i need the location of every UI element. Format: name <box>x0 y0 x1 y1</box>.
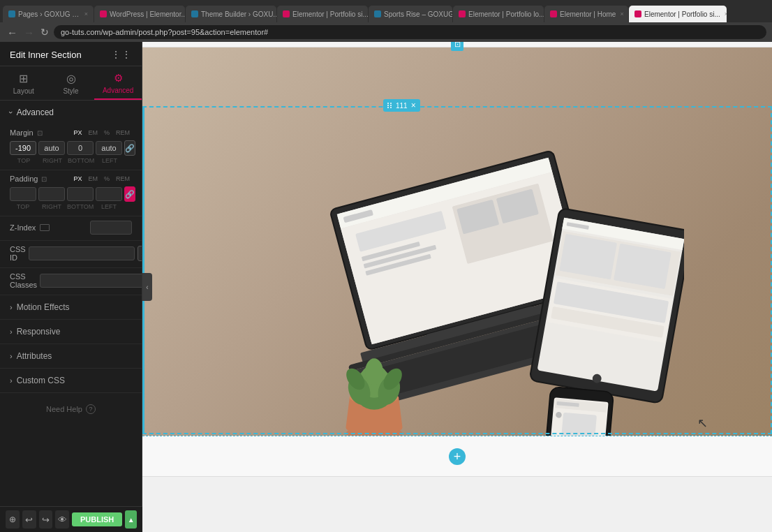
padding-left-label: LEFT <box>96 203 122 210</box>
css-id-row: CSS ID ⋮ <box>10 245 132 262</box>
margin-field-group: Margin ⊡ PX EM % REM 🔗 <box>0 124 142 170</box>
css-classes-input[interactable] <box>40 274 142 288</box>
panel-header: Edit Inner Section ⋮⋮ <box>0 42 142 66</box>
margin-unit-pct[interactable]: % <box>102 128 112 137</box>
padding-field-group: Padding ⊡ PX EM % REM 🔗 <box>0 170 142 216</box>
margin-left-input[interactable] <box>96 141 122 155</box>
tab-5[interactable]: Elementor | Portfolio lo... × <box>453 6 544 22</box>
responsive-section[interactable]: › Responsive <box>0 320 142 344</box>
tab-6[interactable]: Elementor | Home × <box>544 6 628 22</box>
action-btn-redo[interactable]: ↪ <box>39 510 53 529</box>
tab-advanced[interactable]: ⚙ Advanced <box>94 66 142 100</box>
padding-unit-em[interactable]: EM <box>86 175 100 183</box>
help-icon: ? <box>86 404 96 414</box>
section-toolbar-close[interactable]: × <box>411 101 416 110</box>
tab-3[interactable]: Elementor | Portfolio si... × <box>277 6 368 22</box>
canvas-area: ⊡ 111 × <box>142 42 772 532</box>
back-button[interactable]: ← <box>6 27 19 38</box>
publish-button[interactable]: PUBLISH <box>72 512 122 526</box>
margin-units: PX EM % REM <box>71 128 132 137</box>
tab-2[interactable]: Theme Builder › GOXU... × <box>186 6 276 22</box>
tab-label-6: Elementor | Home <box>560 10 616 18</box>
margin-label-row: Margin ⊡ PX EM % REM <box>10 128 132 137</box>
padding-unit-px[interactable]: PX <box>71 175 84 183</box>
tab-layout[interactable]: ⊞ Layout <box>0 66 47 100</box>
refresh-button[interactable]: ↻ <box>39 27 50 38</box>
responsive-label: Responsive <box>17 327 61 337</box>
layout-label: Layout <box>13 87 34 95</box>
padding-bottom-input[interactable] <box>67 187 94 201</box>
css-classes-field-group: CSS Classes ⋮ <box>0 268 142 295</box>
tab-favicon-3 <box>283 10 290 17</box>
padding-unit-rem[interactable]: REM <box>114 175 132 183</box>
main-layout: Edit Inner Section ⋮⋮ ⊞ Layout ◎ Style ⚙… <box>0 42 772 532</box>
need-help-area[interactable]: Need Help ? <box>0 393 142 425</box>
tab-close-6[interactable]: × <box>620 10 623 17</box>
sidebar: Edit Inner Section ⋮⋮ ⊞ Layout ◎ Style ⚙… <box>0 42 142 532</box>
margin-unit-rem[interactable]: REM <box>114 128 132 137</box>
motion-effects-arrow: › <box>10 303 13 311</box>
custom-css-arrow: › <box>10 376 13 385</box>
margin-left-label: LEFT <box>96 157 123 164</box>
tab-4[interactable]: Sports Rise – GOXUG × <box>369 6 452 22</box>
svg-point-43 <box>365 358 383 385</box>
elementor-top-bar: ⊡ <box>142 42 772 47</box>
tab-favicon-6 <box>550 10 557 17</box>
margin-link-button[interactable]: 🔗 <box>124 140 135 156</box>
css-classes-label: CSS Classes <box>10 272 37 289</box>
margin-top-input[interactable] <box>10 141 36 155</box>
padding-unit-pct[interactable]: % <box>102 175 112 183</box>
tab-close-7[interactable]: × <box>725 10 727 17</box>
tab-label-0: Pages › GOXUG – Wo... <box>18 10 80 18</box>
padding-right-input[interactable] <box>38 187 65 201</box>
margin-right-input[interactable] <box>38 141 65 155</box>
padding-top-input[interactable] <box>10 187 36 201</box>
custom-css-section[interactable]: › Custom CSS <box>0 369 142 393</box>
action-btn-eye[interactable]: 👁 <box>55 510 69 529</box>
panel-content: › Advanced Margin ⊡ PX EM % REM <box>0 101 142 532</box>
css-id-more-button[interactable]: ⋮ <box>138 246 142 261</box>
action-btn-undo[interactable]: ↩ <box>22 510 36 529</box>
zindex-field-group: Z-Index <box>0 216 142 241</box>
tab-close-0[interactable]: × <box>84 10 88 17</box>
margin-bottom-input[interactable] <box>67 141 94 155</box>
margin-unit-em[interactable]: EM <box>86 128 100 137</box>
padding-inputs-row: 🔗 <box>10 186 132 202</box>
forward-button[interactable]: → <box>22 27 36 38</box>
padding-label-row: Padding ⊡ PX EM % REM <box>10 175 132 183</box>
padding-left-input[interactable] <box>96 187 122 201</box>
toolbar-move-handle[interactable] <box>387 103 392 108</box>
css-classes-row: CSS Classes ⋮ <box>10 272 132 289</box>
attributes-section[interactable]: › Attributes <box>0 344 142 369</box>
padding-link-button[interactable]: 🔗 <box>124 186 135 202</box>
attributes-label: Attributes <box>17 351 52 361</box>
panel-grid-button[interactable]: ⋮⋮ <box>111 49 132 60</box>
margin-label-area: Margin ⊡ <box>10 128 43 137</box>
url-input[interactable] <box>54 25 766 39</box>
css-id-input[interactable] <box>29 246 135 260</box>
tab-label-7: Elementor | Portfolio si... <box>644 10 720 18</box>
action-btn-1[interactable]: ⊕ <box>6 510 20 529</box>
expand-icon[interactable]: ⊡ <box>451 42 463 51</box>
white-section-below: + <box>142 436 772 476</box>
tab-label-1: WordPress | Elementor... <box>110 10 185 18</box>
tab-favicon-4 <box>374 10 381 17</box>
devices-svg <box>265 122 684 457</box>
zindex-row: Z-Index <box>10 221 132 235</box>
advanced-section-header[interactable]: › Advanced <box>0 101 142 124</box>
add-section-plus[interactable]: + <box>449 448 466 465</box>
motion-effects-section[interactable]: › Motion Effects <box>0 295 142 320</box>
padding-label: Padding <box>10 175 38 183</box>
margin-unit-px[interactable]: PX <box>71 128 84 137</box>
tab-1[interactable]: WordPress | Elementor... × <box>94 6 185 22</box>
css-id-label: CSS ID <box>10 245 26 262</box>
tab-7[interactable]: Elementor | Portfolio si... × <box>629 6 727 22</box>
css-id-field-group: CSS ID ⋮ <box>0 241 142 268</box>
collapse-handle[interactable]: ‹ <box>142 273 152 301</box>
tab-style[interactable]: ◎ Style <box>47 66 95 100</box>
publish-arrow-button[interactable]: ▲ <box>125 510 137 529</box>
tab-0[interactable]: Pages › GOXUG – Wo... × <box>3 6 94 22</box>
padding-right-label: RIGHT <box>38 203 65 210</box>
tab-favicon-1 <box>100 10 107 17</box>
zindex-input[interactable] <box>90 221 132 235</box>
